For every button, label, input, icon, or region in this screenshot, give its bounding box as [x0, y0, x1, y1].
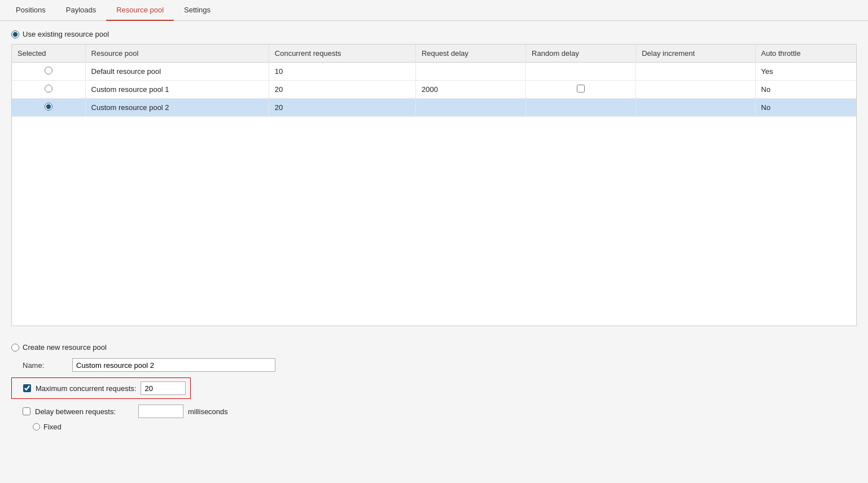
create-new-option: Create new resource pool: [11, 343, 857, 352]
row2-concurrent: 20: [269, 81, 415, 99]
fixed-label: Fixed: [43, 423, 62, 431]
fixed-radio[interactable]: [33, 423, 40, 431]
row1-auto-throttle: Yes: [755, 63, 856, 81]
name-row: Name:: [11, 358, 857, 372]
create-new-label: Create new resource pool: [23, 343, 107, 352]
row3-delay-increment: [636, 99, 755, 117]
row1-random-delay: [526, 63, 636, 81]
row3-pool-name: Custom resource pool 2: [85, 99, 269, 117]
row1-radio[interactable]: [45, 67, 52, 74]
tab-payloads[interactable]: Payloads: [56, 0, 106, 21]
row2-radio[interactable]: [45, 85, 52, 93]
row1-request-delay: [415, 63, 525, 81]
resource-pool-table-container: Selected Resource pool Concurrent reques…: [11, 44, 857, 326]
tab-bar: Positions Payloads Resource pool Setting…: [0, 0, 868, 21]
use-existing-option: Use existing resource pool: [11, 30, 857, 38]
row2-pool-name: Custom resource pool 1: [85, 81, 269, 99]
row1-delay-increment: [636, 63, 755, 81]
row2-auto-throttle: No: [755, 81, 856, 99]
row1-pool-name: Default resource pool: [85, 63, 269, 81]
row2-selected-cell: [12, 81, 85, 99]
app-container: Positions Payloads Resource pool Setting…: [0, 0, 868, 483]
delay-checkbox[interactable]: [23, 407, 30, 415]
table-row: Custom resource pool 1 20 2000 No: [12, 81, 856, 99]
delay-row: Delay between requests: milliseconds: [11, 405, 857, 418]
tab-resource-pool[interactable]: Resource pool: [106, 0, 174, 21]
col-header-pool: Resource pool: [85, 45, 269, 63]
use-existing-label: Use existing resource pool: [23, 30, 109, 38]
row2-delay-increment: [636, 81, 755, 99]
bottom-section: Create new resource pool Name: Maximum c…: [11, 337, 857, 437]
fixed-row: Fixed: [11, 423, 857, 431]
row3-concurrent: 20: [269, 99, 415, 117]
table-header-row: Selected Resource pool Concurrent reques…: [12, 45, 856, 63]
delay-unit-label: milliseconds: [188, 407, 228, 416]
name-label: Name:: [23, 361, 68, 370]
row3-request-delay: [415, 99, 525, 117]
col-header-request-delay: Request delay: [415, 45, 525, 63]
max-concurrent-checkbox[interactable]: [23, 384, 31, 392]
row3-radio[interactable]: [45, 103, 52, 111]
table-row: Default resource pool 10 Yes: [12, 63, 856, 81]
max-concurrent-highlight-box: Maximum concurrent requests:: [11, 377, 191, 399]
create-new-radio[interactable]: [11, 344, 19, 352]
row1-selected-cell: [12, 63, 85, 81]
row2-random-checkbox[interactable]: [577, 85, 585, 93]
delay-input[interactable]: [138, 405, 183, 418]
max-concurrent-input[interactable]: [141, 381, 186, 395]
col-header-auto-throttle: Auto throttle: [755, 45, 856, 63]
row2-request-delay: 2000: [415, 81, 525, 99]
row3-random-delay: [526, 99, 636, 117]
row2-random-delay: [526, 81, 636, 99]
col-header-selected: Selected: [12, 45, 85, 63]
name-input[interactable]: [72, 358, 275, 372]
row3-auto-throttle: No: [755, 99, 856, 117]
col-header-concurrent: Concurrent requests: [269, 45, 415, 63]
resource-pool-table: Selected Resource pool Concurrent reques…: [12, 45, 856, 117]
use-existing-radio[interactable]: [11, 30, 19, 38]
delay-label: Delay between requests:: [35, 407, 134, 416]
tab-settings[interactable]: Settings: [174, 0, 221, 21]
tab-positions[interactable]: Positions: [6, 0, 56, 21]
row1-concurrent: 10: [269, 63, 415, 81]
table-row: Custom resource pool 2 20 No: [12, 99, 856, 117]
main-content: Use existing resource pool Selected Reso…: [0, 21, 868, 446]
max-concurrent-label: Maximum concurrent requests:: [36, 384, 136, 393]
col-header-delay-increment: Delay increment: [636, 45, 755, 63]
row3-selected-cell: [12, 99, 85, 117]
col-header-random-delay: Random delay: [526, 45, 636, 63]
